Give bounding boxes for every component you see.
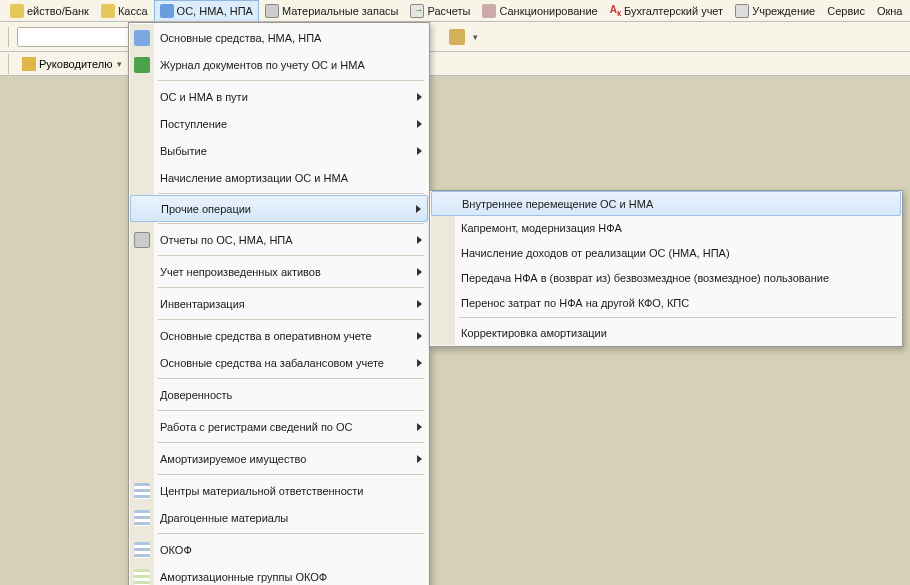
os-icon (134, 30, 150, 46)
ruk-label: Руководителю (39, 58, 112, 70)
menu-item-label: Драгоценные материалы (160, 512, 288, 524)
menu-item-label: Передача НФА в (возврат из) безвозмездно… (461, 272, 829, 284)
menu-item-label: ОКОФ (160, 544, 192, 556)
menu-item-inventarizaciya[interactable]: Инвентаризация (130, 290, 428, 317)
menu-item-prochie-operacii[interactable]: Прочие операции (130, 195, 428, 222)
menu-item-label: Основные средства на забалансовом учете (160, 357, 384, 369)
menu-item-label: Начисление доходов от реализации ОС (НМА… (461, 247, 730, 259)
ras-icon (410, 4, 424, 18)
menu-item-oper-uchet[interactable]: Основные средства в оперативном учете (130, 322, 428, 349)
menu-label: Учреждение (752, 5, 815, 17)
arrow-right-icon (417, 120, 422, 128)
submenu-item-perenos-zatrat[interactable]: Перенос затрат по НФА на другой КФО, КПС (431, 290, 901, 315)
arrow-right-icon (417, 93, 422, 101)
buh-icon: Aк (610, 4, 621, 18)
menu-item-label: Работа с регистрами сведений по ОС (160, 421, 353, 433)
arrow-right-icon (417, 455, 422, 463)
wrench-icon[interactable] (449, 29, 465, 45)
menu-item-zabal-uchet[interactable]: Основные средства на забалансовом учете (130, 349, 428, 376)
menu-buh[interactable]: AкБухгалтерский учет (604, 0, 730, 21)
submenu-item-peredacha[interactable]: Передача НФА в (возврат из) безвозмездно… (431, 265, 901, 290)
chevron-down-icon[interactable]: ▾ (473, 32, 478, 42)
menu-raschety[interactable]: Расчеты (404, 0, 476, 21)
menu-label: Бухгалтерский учет (624, 5, 723, 17)
menu-os-nma-npa[interactable]: ОС, НМА, НПА (154, 0, 259, 21)
menu-label: ейство/Банк (27, 5, 89, 17)
menu-item-label: Учет непроизведенных активов (160, 266, 321, 278)
arrow-right-icon (417, 236, 422, 244)
grid-icon (134, 569, 150, 585)
os-icon (160, 4, 174, 18)
menu-item-label: Доверенность (160, 389, 232, 401)
grid-icon (134, 542, 150, 558)
dropdown-os-menu: Основные средства, НМА, НПА Журнал докум… (128, 22, 430, 585)
menu-uch[interactable]: Учреждение (729, 0, 821, 21)
submenu-item-peremeshenie[interactable]: Внутреннее перемещение ОС и НМА (431, 191, 901, 216)
menu-item-label: Амортизационные группы ОКОФ (160, 571, 327, 583)
uch-icon (735, 4, 749, 18)
menu-item-uchet-neproizv[interactable]: Учет непроизведенных активов (130, 258, 428, 285)
submenu-prochie-operacii: Внутреннее перемещение ОС и НМА Капремон… (429, 190, 903, 347)
menu-item-v-puti[interactable]: ОС и НМА в пути (130, 83, 428, 110)
menu-item-postuplenie[interactable]: Поступление (130, 110, 428, 137)
menu-item-label: Выбытие (160, 145, 207, 157)
bank-icon (10, 4, 24, 18)
menu-item-amort-imush[interactable]: Амортизируемое имущество (130, 445, 428, 472)
menu-item-nachislenie-amort[interactable]: Начисление амортизации ОС и НМА (130, 164, 428, 191)
menu-item-label: Внутреннее перемещение ОС и НМА (462, 198, 653, 210)
menu-item-label: Основные средства, НМА, НПА (160, 32, 321, 44)
menu-item-label: Прочие операции (161, 203, 251, 215)
submenu-item-korrekt-amort[interactable]: Корректировка амортизации (431, 320, 901, 345)
menu-item-osnovnye-sredstva[interactable]: Основные средства, НМА, НПА (130, 24, 428, 51)
menu-item-label: Центры материальной ответственности (160, 485, 363, 497)
arrow-right-icon (417, 147, 422, 155)
menu-mz[interactable]: Материальные запасы (259, 0, 405, 21)
menu-item-doverennost[interactable]: Доверенность (130, 381, 428, 408)
menu-item-label: Журнал документов по учету ОС и НМА (160, 59, 365, 71)
menu-label: ОС, НМА, НПА (177, 5, 253, 17)
menu-label: Сервис (827, 5, 865, 17)
menu-service[interactable]: Сервис (821, 0, 871, 21)
menu-item-label: Капремонт, модернизация НФА (461, 222, 622, 234)
menu-item-label: Отчеты по ОС, НМА, НПА (160, 234, 293, 246)
submenu-item-kapremont[interactable]: Капремонт, модернизация НФА (431, 215, 901, 240)
menu-item-amort-gruppy[interactable]: Амортизационные группы ОКОФ (130, 563, 428, 585)
menu-item-label: Амортизируемое имущество (160, 453, 306, 465)
grid-icon (134, 483, 150, 499)
menu-bank[interactable]: ейство/Банк (4, 0, 95, 21)
menu-item-drag-mat[interactable]: Драгоценные материалы (130, 504, 428, 531)
menu-kassa[interactable]: Касса (95, 0, 154, 21)
ruk-button[interactable]: Руководителю ▾ (17, 55, 127, 73)
menu-item-label: ОС и НМА в пути (160, 91, 248, 103)
menu-item-label: Инвентаризация (160, 298, 245, 310)
menu-item-journal[interactable]: Журнал документов по учету ОС и НМА (130, 51, 428, 78)
kassa-icon (101, 4, 115, 18)
arrow-right-icon (416, 205, 421, 213)
grid-icon (134, 510, 150, 526)
menu-item-okof[interactable]: ОКОФ (130, 536, 428, 563)
menu-item-label: Начисление амортизации ОС и НМА (160, 172, 348, 184)
menu-item-label: Поступление (160, 118, 227, 130)
mz-icon (265, 4, 279, 18)
menu-okna[interactable]: Окна (871, 0, 909, 21)
menu-item-registry[interactable]: Работа с регистрами сведений по ОС (130, 413, 428, 440)
menubar: ейство/Банк Касса ОС, НМА, НПА Материаль… (0, 0, 910, 22)
menu-item-label: Перенос затрат по НФА на другой КФО, КПС (461, 297, 689, 309)
menu-item-centry-mo[interactable]: Центры материальной ответственности (130, 477, 428, 504)
sank-icon (482, 4, 496, 18)
arrow-right-icon (417, 300, 422, 308)
chevron-down-icon: ▾ (117, 59, 122, 69)
menu-sank[interactable]: Санкционирование (476, 0, 603, 21)
arrow-right-icon (417, 332, 422, 340)
menu-label: Санкционирование (499, 5, 597, 17)
submenu-item-dohody[interactable]: Начисление доходов от реализации ОС (НМА… (431, 240, 901, 265)
menu-label: Материальные запасы (282, 5, 399, 17)
arrow-right-icon (417, 268, 422, 276)
separator (8, 54, 9, 74)
report-icon (134, 232, 150, 248)
arrow-right-icon (417, 423, 422, 431)
menu-item-otchety[interactable]: Отчеты по ОС, НМА, НПА (130, 226, 428, 253)
menu-label: Окна (877, 5, 903, 17)
person-icon (22, 57, 36, 71)
menu-item-vybytie[interactable]: Выбытие (130, 137, 428, 164)
